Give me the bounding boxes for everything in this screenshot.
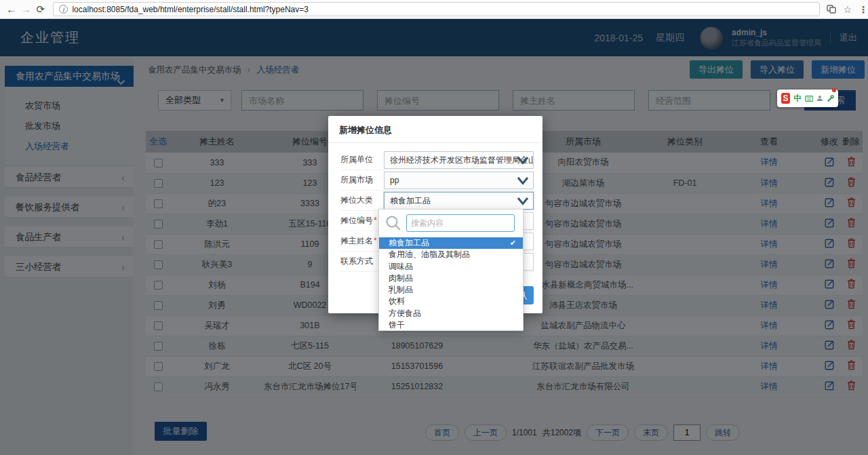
field-label-category: 摊位大类 [340, 195, 384, 206]
address-bar[interactable]: i localhost:8085/fda_web/html/enterprise… [53, 2, 820, 16]
wrench-icon[interactable] [827, 94, 834, 103]
dropdown-option[interactable]: 食用油、油脂及其制品 ✔ [379, 249, 523, 260]
bookmark-star-icon[interactable]: ☆ [843, 4, 852, 15]
browser-chrome: ← → ⟳ i localhost:8085/fda_web/html/ente… [0, 0, 868, 19]
required-star: * [374, 236, 377, 245]
dropdown-search-input[interactable] [406, 214, 515, 232]
search-icon [384, 214, 402, 232]
modal-title: 新增摊位信息 [328, 116, 542, 143]
dropdown-option[interactable]: 肉制品 ✔ [379, 273, 523, 284]
browser-menu-icon[interactable]: ⋮ [859, 4, 868, 15]
dropdown-option[interactable]: 饼干 ✔ [379, 319, 523, 331]
category-select[interactable]: 粮食加工品 [384, 192, 534, 210]
back-icon[interactable]: ← [4, 3, 18, 15]
required-star: * [374, 216, 377, 225]
field-label-unit: 所属单位 [340, 154, 384, 165]
keyboard-icon[interactable] [805, 95, 813, 102]
url-text: localhost:8085/fda_web/html/enterprise/s… [72, 5, 309, 14]
ime-toolbar: S 中 [777, 90, 838, 107]
dropdown-option[interactable]: 粮食加工品 ✔ [379, 237, 523, 249]
category-dropdown-panel: 粮食加工品 ✔ 食用油、油脂及其制品 ✔ 调味品 ✔ 肉制品 ✔ 乳制品 ✔ 饮… [378, 209, 524, 331]
dropdown-option[interactable]: 方便食品 ✔ [379, 308, 523, 319]
refresh-icon[interactable]: ⟳ [33, 3, 47, 16]
chevron-down-icon [517, 176, 529, 185]
person-icon[interactable] [816, 94, 823, 102]
unit-select[interactable]: 徐州经济技术开发区市场监督管理局金山分 [384, 151, 534, 169]
field-label-contact: 联系方式 [340, 256, 384, 267]
ime-lang-icon[interactable]: 中 [793, 93, 802, 104]
field-label-market: 所属市场 [340, 174, 384, 186]
field-label-owner: 摊主姓名 [340, 236, 373, 245]
dropdown-option[interactable]: 饮料 ✔ [379, 296, 523, 307]
forward-icon[interactable]: → [18, 3, 33, 15]
chevron-down-icon [517, 197, 529, 205]
dropdown-option[interactable]: 调味品 ✔ [379, 261, 523, 273]
chevron-down-icon [517, 156, 529, 165]
check-icon: ✔ [510, 237, 516, 249]
page-info-icon[interactable]: i [59, 5, 68, 14]
notification-dot [832, 88, 836, 92]
dropdown-option[interactable]: 乳制品 ✔ [379, 284, 523, 296]
sogou-logo-icon[interactable]: S [781, 93, 790, 104]
market-select[interactable]: pp [384, 172, 534, 189]
extension-icon[interactable] [827, 5, 836, 14]
field-label-stall-no: 摊位编号 [340, 216, 373, 225]
